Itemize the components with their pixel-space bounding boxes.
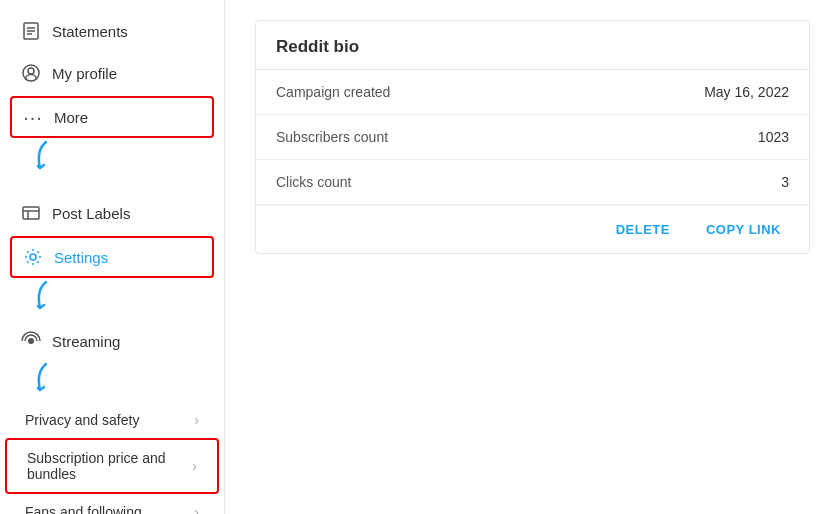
campaign-created-label: Campaign created (276, 84, 390, 100)
campaign-card: Reddit bio Campaign created May 16, 2022… (255, 20, 810, 254)
sidebar-sub-privacy-safety[interactable]: Privacy and safety › (5, 402, 219, 438)
post-labels-icon (20, 202, 42, 224)
sidebar-item-settings[interactable]: Settings (10, 236, 214, 278)
sidebar-item-statements-label: Statements (52, 23, 128, 40)
statements-icon (20, 20, 42, 42)
chevron-fans-icon: › (194, 504, 199, 514)
campaign-created-value: May 16, 2022 (704, 84, 789, 100)
sidebar-sub-fans-following[interactable]: Fans and following › (5, 494, 219, 514)
svg-rect-6 (23, 207, 39, 219)
sidebar-sub-privacy-safety-label: Privacy and safety (25, 412, 139, 428)
card-title: Reddit bio (256, 21, 809, 70)
profile-icon (20, 62, 42, 84)
card-actions: DELETE COPY LINK (256, 205, 809, 253)
sidebar-item-more-label: More (54, 109, 88, 126)
chevron-subscription-icon: › (192, 458, 197, 474)
sidebar-item-my-profile-label: My profile (52, 65, 117, 82)
sidebar-item-settings-label: Settings (54, 249, 108, 266)
sidebar-item-post-labels[interactable]: Post Labels (0, 192, 224, 234)
chevron-privacy-icon: › (194, 412, 199, 428)
sidebar: Statements My profile ··· More (0, 0, 225, 514)
sidebar-item-streaming[interactable]: Streaming (0, 320, 224, 362)
sidebar-sub-fans-following-label: Fans and following (25, 504, 142, 514)
svg-point-10 (28, 338, 34, 344)
sidebar-item-streaming-label: Streaming (52, 333, 120, 350)
more-icon: ··· (22, 106, 44, 128)
subscribers-label: Subscribers count (276, 129, 388, 145)
card-row-clicks: Clicks count 3 (256, 160, 809, 205)
main-content: Reddit bio Campaign created May 16, 2022… (225, 0, 840, 514)
streaming-icon (20, 330, 42, 352)
sidebar-sub-subscription[interactable]: Subscription price and bundles › (5, 438, 219, 494)
sidebar-item-post-labels-label: Post Labels (52, 205, 130, 222)
clicks-label: Clicks count (276, 174, 351, 190)
card-row-campaign-created: Campaign created May 16, 2022 (256, 70, 809, 115)
subscribers-value: 1023 (758, 129, 789, 145)
svg-point-5 (28, 68, 34, 74)
settings-icon (22, 246, 44, 268)
delete-button[interactable]: DELETE (608, 218, 678, 241)
copy-link-button[interactable]: COPY LINK (698, 218, 789, 241)
svg-point-9 (30, 254, 36, 260)
sidebar-item-statements[interactable]: Statements (0, 10, 224, 52)
card-row-subscribers: Subscribers count 1023 (256, 115, 809, 160)
arrow-3 (0, 362, 224, 402)
arrow-2 (0, 280, 224, 320)
sidebar-sub-subscription-label: Subscription price and bundles (27, 450, 192, 482)
sidebar-item-more[interactable]: ··· More (10, 96, 214, 138)
arrow-1 (0, 140, 224, 180)
clicks-value: 3 (781, 174, 789, 190)
sidebar-item-my-profile[interactable]: My profile (0, 52, 224, 94)
